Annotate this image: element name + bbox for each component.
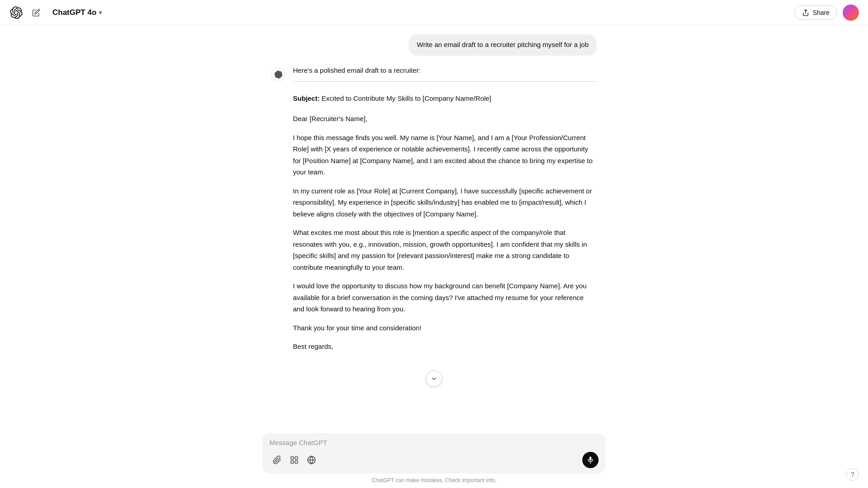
svg-rect-2 [295,457,298,460]
email-salutation: Dear [Recruiter's Name], [293,113,597,125]
header: ChatGPT 4o ▾ Share [0,0,868,25]
chatgpt-logo-icon[interactable] [9,5,24,20]
email-subject: Subject: Excited to Contribute My Skills… [293,93,597,104]
globe-icon-button[interactable] [304,452,319,468]
message-input[interactable] [269,439,599,446]
email-body: Subject: Excited to Contribute My Skills… [293,93,597,352]
chevron-down-icon: ▾ [99,9,102,16]
subject-bold-label: Subject: [293,94,320,102]
footer-notice-text: ChatGPT can make mistakes. Check importa… [372,477,496,483]
svg-rect-4 [295,461,298,464]
subject-text: Excited to Contribute My Skills to [Comp… [320,94,491,102]
send-button[interactable] [582,452,599,468]
main-content: Write an email draft to a recruiter pitc… [0,25,868,488]
ai-intro-text: Here's a polished email draft to a recru… [293,66,597,74]
ai-content: Here's a polished email draft to a recru… [293,66,597,360]
input-area: ChatGPT can make mistakes. Check importa… [0,428,868,488]
scroll-btn-wrapper [271,371,597,387]
email-paragraph2: In my current role as [Your Role] at [Cu… [293,185,597,220]
header-left: ChatGPT 4o ▾ [9,5,105,20]
input-container [262,433,606,474]
email-closing-line: Thank you for your time and consideratio… [293,322,597,334]
footer-notice: ChatGPT can make mistakes. Check importa… [262,474,606,488]
ai-message-wrapper: Here's a polished email draft to a recru… [271,66,597,360]
search-icon-button[interactable] [287,452,302,468]
model-name: ChatGPT 4o [52,8,96,17]
email-paragraph3: What excites me most about this role is … [293,227,597,273]
attach-icon-button[interactable] [269,452,285,468]
user-message: Write an email draft to a recruiter pitc… [409,34,597,56]
user-avatar[interactable] [843,5,859,21]
email-paragraph1: I hope this message finds you well. My n… [293,132,597,178]
email-divider [293,81,597,82]
user-message-wrapper: Write an email draft to a recruiter pitc… [271,34,597,56]
share-label: Share [813,9,830,16]
svg-rect-3 [291,461,294,464]
conversation-area: Write an email draft to a recruiter pitc… [262,25,606,488]
input-toolbar [269,452,599,468]
header-right: Share [794,5,859,21]
scroll-to-bottom-button[interactable] [426,371,442,387]
email-sign-off: Best regards, [293,341,597,352]
share-button[interactable]: Share [794,5,837,20]
help-button[interactable]: ? [846,468,859,481]
help-icon: ? [851,471,854,478]
email-paragraph4: I would love the opportunity to discuss … [293,280,597,315]
svg-rect-1 [291,457,294,460]
edit-icon[interactable] [29,5,43,20]
ai-avatar-icon [271,67,286,82]
user-message-text: Write an email draft to a recruiter pitc… [417,41,589,48]
model-selector[interactable]: ChatGPT 4o ▾ [49,6,105,19]
